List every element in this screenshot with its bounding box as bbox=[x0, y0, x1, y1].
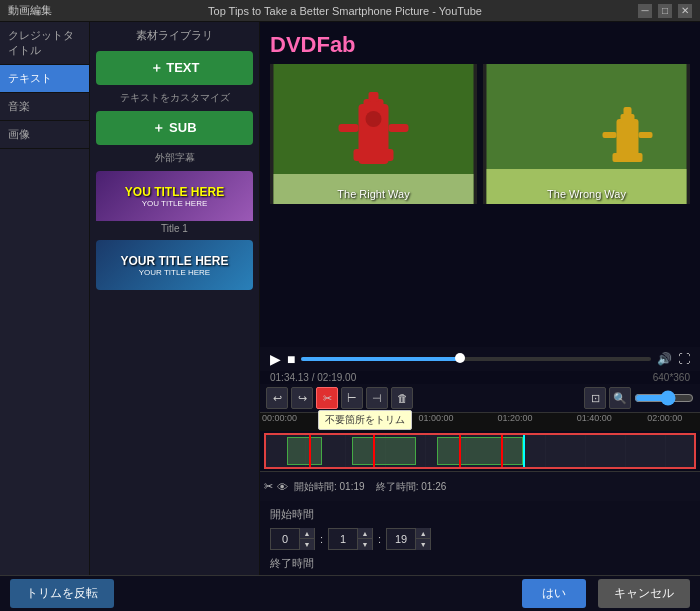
time-display: 01:34.13 / 02:19.00 bbox=[270, 372, 356, 383]
start-hour-spinbox[interactable]: ▲ ▼ bbox=[270, 528, 315, 550]
video-frame-right: The Wrong Way bbox=[483, 64, 690, 204]
start-min-arrows: ▲ ▼ bbox=[357, 528, 372, 550]
app-name: 動画編集 bbox=[8, 3, 52, 18]
flip-trim-button[interactable]: トリムを反転 bbox=[10, 579, 114, 608]
resolution-display: 640*360 bbox=[653, 372, 690, 383]
timeline-marker-2 bbox=[373, 435, 375, 467]
start-sec-spinbox[interactable]: ▲ ▼ bbox=[386, 528, 431, 550]
timeline-marker-1 bbox=[309, 435, 311, 467]
window-title: Top Tips to Take a Better Smartphone Pic… bbox=[52, 5, 638, 17]
timeline-track[interactable] bbox=[264, 433, 696, 469]
track-label: 開始時間: 01:19 終了時間: 01:26 bbox=[294, 480, 446, 494]
media-library: 素材ライブラリ ＋ TEXT テキストをカスタマイズ ＋ SUB 外部字幕 YO… bbox=[90, 22, 260, 611]
time-resolution-row: 01:34.13 / 02:19.00 640*360 bbox=[260, 371, 700, 384]
zoom-slider[interactable] bbox=[634, 390, 694, 406]
volume-icon[interactable]: 🔊 bbox=[657, 352, 672, 366]
start-hour-input[interactable] bbox=[271, 533, 299, 545]
minimize-button[interactable]: ─ bbox=[638, 4, 652, 18]
start-min-input[interactable] bbox=[329, 533, 357, 545]
start-sec-group: ▲ ▼ bbox=[386, 528, 431, 550]
start-hour-up[interactable]: ▲ bbox=[300, 528, 314, 539]
svg-rect-3 bbox=[354, 149, 394, 161]
template-card-1[interactable]: YOU TITLE HERE YOU TITLE HERE Title 1 bbox=[96, 171, 253, 234]
svg-point-8 bbox=[366, 111, 382, 127]
video-frame-left: The Right Way bbox=[270, 64, 477, 204]
title-bar: 動画編集 Top Tips to Take a Better Smartphon… bbox=[0, 0, 700, 22]
svg-rect-14 bbox=[624, 107, 632, 116]
start-sec-arrows: ▲ ▼ bbox=[415, 528, 430, 550]
start-min-up[interactable]: ▲ bbox=[358, 528, 372, 539]
svg-rect-15 bbox=[603, 132, 617, 138]
svg-rect-7 bbox=[389, 124, 409, 132]
template2-title: YOUR TITLE HERE bbox=[120, 254, 228, 268]
sidebar-item-credit[interactable]: クレジットタイトル bbox=[0, 22, 89, 65]
cancel-button[interactable]: キャンセル bbox=[598, 579, 690, 608]
hydrant-left-svg bbox=[270, 64, 477, 204]
progress-fill bbox=[301, 357, 458, 361]
video-preview: DVDFab The Ri bbox=[260, 22, 700, 347]
sub-label: 外部字幕 bbox=[96, 151, 253, 165]
media-library-title: 素材ライブラリ bbox=[96, 28, 253, 43]
start-sec-down[interactable]: ▼ bbox=[416, 539, 430, 550]
sidebar-item-image[interactable]: 画像 bbox=[0, 121, 89, 149]
main-container: クレジットタイトル テキスト 音楽 画像 素材ライブラリ ＋ TEXT テキスト… bbox=[0, 22, 700, 611]
template-card-2[interactable]: YOUR TITLE HERE YOUR TITLE HERE bbox=[96, 240, 253, 290]
add-text-button[interactable]: ＋ TEXT bbox=[96, 51, 253, 85]
svg-rect-12 bbox=[613, 153, 643, 162]
start-sec-input[interactable] bbox=[387, 533, 415, 545]
close-button[interactable]: ✕ bbox=[678, 4, 692, 18]
timeline-marker-4 bbox=[501, 435, 503, 467]
redo-button[interactable]: ↪ bbox=[291, 387, 313, 409]
frame-right-label: The Wrong Way bbox=[483, 188, 690, 200]
delete-button[interactable]: 🗑 bbox=[391, 387, 413, 409]
template1-title: YOU TITLE HERE bbox=[125, 185, 224, 199]
trim-button[interactable]: ✂ bbox=[316, 387, 338, 409]
timeline-cursor bbox=[523, 435, 525, 467]
video-controls: ▶ ■ 🔊 ⛶ bbox=[260, 347, 700, 371]
dvdfab-logo: DVDFab bbox=[270, 32, 356, 58]
start-hour-arrows: ▲ ▼ bbox=[299, 528, 314, 550]
zoom-fit-button[interactable]: ⊡ bbox=[584, 387, 606, 409]
start-min-group: ▲ ▼ bbox=[328, 528, 373, 550]
track-row: ✂ 👁 開始時間: 01:19 終了時間: 01:26 bbox=[260, 471, 700, 501]
start-sec-up[interactable]: ▲ bbox=[416, 528, 430, 539]
split-button[interactable]: ⊢ bbox=[341, 387, 363, 409]
confirm-yes-button[interactable]: はい bbox=[522, 579, 586, 608]
start-min-down[interactable]: ▼ bbox=[358, 539, 372, 550]
timeline-toolbar: ↩ ↪ ✂ ⊢ ⊣ 🗑 不要箇所をトリム ⊡ 🔍 bbox=[260, 384, 700, 413]
start-min-spinbox[interactable]: ▲ ▼ bbox=[328, 528, 373, 550]
template1-sub: YOU TITLE HERE bbox=[142, 199, 208, 208]
start-hour-down[interactable]: ▼ bbox=[300, 539, 314, 550]
zoom-in-button[interactable]: 🔍 bbox=[609, 387, 631, 409]
text-customize-label: テキストをカスタマイズ bbox=[96, 91, 253, 105]
maximize-button[interactable]: □ bbox=[658, 4, 672, 18]
template1-label: Title 1 bbox=[96, 223, 253, 234]
template2-sub: YOUR TITLE HERE bbox=[139, 268, 210, 277]
sidebar-item-music[interactable]: 音楽 bbox=[0, 93, 89, 121]
start-hour-group: ▲ ▼ bbox=[270, 528, 315, 550]
start-time-row: ▲ ▼ : ▲ ▼ : bbox=[270, 528, 690, 550]
track-eye-icon[interactable]: 👁 bbox=[277, 481, 288, 493]
confirm-buttons: はい キャンセル bbox=[522, 579, 690, 608]
play-button[interactable]: ▶ bbox=[270, 351, 281, 367]
video-area: DVDFab The Ri bbox=[260, 22, 700, 611]
undo-button[interactable]: ↩ bbox=[266, 387, 288, 409]
track-scissors-icon: ✂ bbox=[264, 480, 273, 493]
fullscreen-icon[interactable]: ⛶ bbox=[678, 352, 690, 366]
join-button[interactable]: ⊣ bbox=[366, 387, 388, 409]
progress-bar[interactable] bbox=[301, 357, 651, 361]
ruler-time-5: 02:00:00 bbox=[647, 413, 682, 423]
ruler-time-0: 00:00:00 bbox=[262, 413, 297, 423]
trim-tooltip: 不要箇所をトリム bbox=[318, 410, 412, 430]
frame-left-label: The Right Way bbox=[270, 188, 477, 200]
video-frames: The Right Way The Wrong bbox=[270, 64, 690, 204]
stop-button[interactable]: ■ bbox=[287, 351, 295, 367]
svg-rect-5 bbox=[369, 92, 379, 102]
timeline-segment-3 bbox=[437, 437, 523, 465]
sidebar-item-text[interactable]: テキスト bbox=[0, 65, 89, 93]
add-sub-button[interactable]: ＋ SUB bbox=[96, 111, 253, 145]
start-time-section-label: 開始時間 bbox=[270, 507, 690, 522]
ruler-time-3: 01:20:00 bbox=[498, 413, 533, 423]
window-controls: ─ □ ✕ bbox=[638, 4, 692, 18]
ruler-time-4: 01:40:00 bbox=[577, 413, 612, 423]
